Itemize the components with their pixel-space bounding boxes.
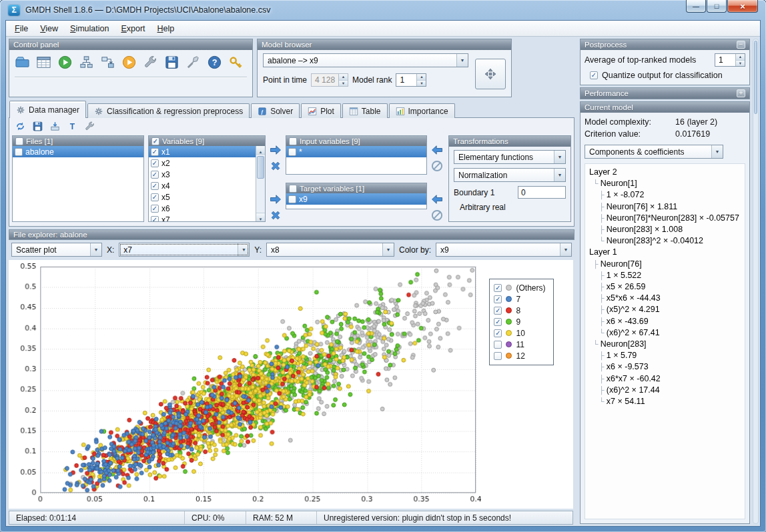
save-button[interactable] [162, 53, 181, 71]
checkbox[interactable] [151, 182, 159, 190]
point-in-time-input[interactable]: 4 128 [311, 73, 348, 87]
legend-item[interactable]: 11 [494, 339, 545, 350]
target-disabled-button[interactable] [430, 209, 444, 222]
run-alt-button[interactable] [119, 53, 138, 71]
boundary-input[interactable]: 0 [518, 186, 566, 199]
checkbox[interactable] [494, 352, 502, 360]
maximize-button[interactable]: □ [707, 0, 727, 13]
scrollbar-thumb[interactable] [257, 156, 264, 179]
normalization-select[interactable]: Normalization [454, 168, 566, 182]
list-item[interactable]: x3 [149, 169, 256, 180]
legend-item[interactable]: 8 [494, 305, 545, 316]
key-button[interactable] [226, 53, 245, 71]
checkbox[interactable] [151, 171, 159, 179]
checkbox[interactable] [15, 148, 23, 156]
checkbox[interactable] [151, 193, 159, 201]
tree-item[interactable]: ├x5 × 26.59 [588, 281, 742, 293]
checkbox[interactable] [494, 318, 502, 326]
checkbox[interactable] [288, 195, 296, 203]
quantize-checkbox[interactable] [590, 71, 598, 79]
right-scrollbar[interactable] [753, 39, 759, 524]
clear-target-button[interactable] [268, 209, 283, 222]
data-table-button[interactable] [34, 53, 53, 71]
model-tree-button[interactable] [77, 53, 95, 71]
tree-item[interactable]: └x7 × 54.11 [588, 396, 742, 407]
list-item[interactable]: x6 [149, 203, 256, 214]
list-item[interactable]: abalone [13, 146, 143, 157]
checkbox[interactable] [494, 284, 502, 292]
import-button[interactable] [48, 119, 61, 133]
add-target-button[interactable] [268, 193, 283, 206]
collapse-button[interactable]: − [737, 41, 745, 49]
menu-file[interactable]: File [9, 22, 34, 35]
tree-item[interactable]: ├1 × -8.072 [588, 189, 742, 201]
close-button[interactable]: × [727, 0, 758, 13]
tab-table[interactable]: Table [342, 103, 388, 118]
tree-item[interactable]: ├(x5)^2 × 4.291 [588, 304, 742, 315]
checkbox[interactable] [494, 341, 502, 349]
list-item[interactable]: * [286, 146, 426, 157]
menu-simulation[interactable]: Simulation [64, 22, 115, 35]
menu-view[interactable]: View [34, 22, 64, 35]
tree-item[interactable]: ├1 × 5.79 [588, 350, 742, 361]
legend-item[interactable]: (Others) [494, 282, 545, 293]
scroll-up-icon[interactable] [256, 146, 265, 155]
checkbox[interactable] [289, 185, 297, 193]
tree-item[interactable]: ├(x6)^2 × 17.44 [588, 385, 742, 396]
tree-item[interactable]: └Neuron[283]^2 × -0.04012 [588, 235, 742, 247]
screwdriver-button[interactable] [183, 53, 202, 71]
legend-item[interactable]: 7 [494, 293, 545, 305]
run-button[interactable] [55, 53, 74, 71]
spin-down-icon[interactable] [736, 61, 745, 67]
tree-item[interactable]: ├Neuron[76] × 1.811 [588, 201, 742, 213]
legend-item[interactable]: 9 [494, 316, 545, 327]
remove-target-button[interactable] [430, 193, 444, 206]
checkbox[interactable] [494, 329, 502, 337]
tab-solver[interactable]: ƒSolver [251, 103, 300, 118]
input-disabled-button[interactable] [430, 159, 444, 173]
model-rank-input[interactable]: 1 [396, 73, 426, 87]
scroll-down-icon[interactable] [256, 213, 265, 221]
spin-up-icon[interactable] [339, 74, 348, 81]
checkbox[interactable] [288, 148, 296, 156]
list-item[interactable]: x7 [149, 214, 256, 221]
tab-plot[interactable]: Plot [301, 103, 341, 118]
tree-item[interactable]: └Neuron[283] [588, 339, 742, 350]
add-input-button[interactable] [268, 143, 283, 157]
checkbox[interactable] [151, 137, 159, 145]
x-axis-select[interactable]: x7 [119, 243, 250, 257]
titlebar[interactable]: Σ GMDH Shell 1.8.6 — D:\GMDH Projects\UC… [0, 0, 766, 20]
tree-item[interactable]: └Neuron[1] [588, 178, 742, 189]
list-item[interactable]: x4 [149, 180, 256, 191]
checkbox[interactable] [151, 216, 159, 222]
expand-button[interactable]: + [737, 89, 745, 97]
tree-item[interactable]: ├Neuron[283] × 1.008 [588, 224, 742, 235]
scatter-canvas[interactable] [10, 261, 481, 509]
transformation-functions-select[interactable]: Elementary functions [454, 150, 566, 164]
checkbox[interactable] [151, 159, 159, 167]
color-by-select[interactable]: x9 [436, 243, 572, 257]
tree-item[interactable]: ├Neuron[76]*Neuron[283] × -0.05757 [588, 213, 742, 224]
tree-item[interactable]: ├1 × 5.522 [588, 270, 742, 281]
tree-item[interactable]: ├x6 × -43.69 [588, 316, 742, 327]
scrollbar-thumb[interactable] [754, 41, 757, 114]
y-axis-select[interactable]: x8 [266, 243, 394, 257]
list-item[interactable]: x1 [149, 146, 256, 157]
tree-item[interactable]: ├Neuron[76] [588, 259, 742, 270]
help-button[interactable]: ? [205, 53, 224, 71]
checkbox[interactable] [289, 137, 297, 145]
model-compare-button[interactable] [98, 53, 117, 71]
tab-importance[interactable]: Importance [389, 103, 455, 118]
tree-item[interactable]: Layer 2 [588, 167, 742, 178]
spin-up-icon[interactable] [417, 74, 426, 81]
model-select[interactable]: abalone –> x9 [263, 53, 468, 67]
clear-input-button[interactable] [268, 159, 283, 173]
text-format-button[interactable]: T [65, 119, 79, 133]
list-item[interactable]: x9 [286, 193, 426, 205]
variables-scrollbar[interactable] [256, 146, 265, 221]
tree-item[interactable]: ├x6 × -9.573 [588, 361, 742, 373]
checkbox[interactable] [494, 307, 502, 315]
menu-export[interactable]: Export [115, 22, 151, 35]
menu-help[interactable]: Help [151, 22, 181, 35]
list-item[interactable]: x2 [149, 157, 256, 169]
